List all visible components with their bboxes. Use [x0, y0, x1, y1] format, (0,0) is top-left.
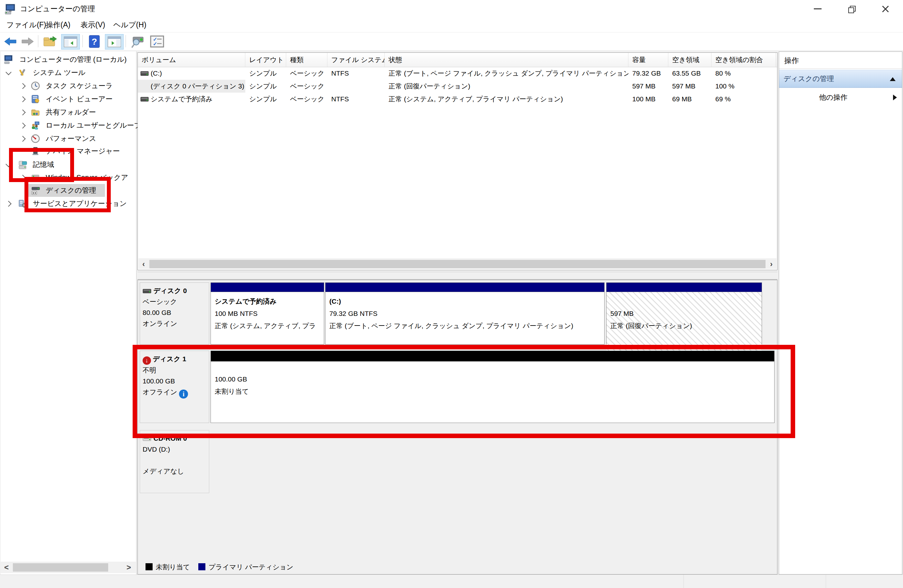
volume-row-disk0-partition3[interactable]: (ディスク 0 パーティション 3) シンプル ベーシック 正常 (回復パーティ… — [138, 80, 777, 93]
close-icon — [882, 5, 889, 13]
cell-capacity: 79.32 GB — [628, 67, 668, 80]
checklist-icon: ✓ ✓ — [150, 35, 164, 48]
restore-button[interactable] — [835, 0, 868, 18]
tree-item-label: タスク スケジューラ — [46, 80, 113, 93]
scroll-left-icon[interactable]: < — [1, 561, 12, 573]
disk0-size: 80.00 GB — [143, 307, 206, 318]
column-header-type[interactable]: 種類 — [286, 53, 327, 67]
restore-icon — [848, 6, 855, 12]
primary-partition-color-bar — [211, 283, 324, 292]
show-console-tree-button[interactable] — [61, 34, 80, 50]
actions-section-label: ディスクの管理 — [783, 70, 834, 88]
disk0-label-box[interactable]: ディスク 0 ベーシック 80.00 GB オンライン — [140, 282, 209, 345]
toolbar: ? ✓ ✓ — [0, 33, 903, 50]
tree-item-system-tools[interactable]: システム ツール — [1, 66, 136, 79]
task-scheduler-icon — [31, 82, 40, 90]
menu-view[interactable]: 表示(V) — [79, 18, 107, 32]
volume-row-system-reserved[interactable]: システムで予約済み シンプル ベーシック NTFS 正常 (システム, アクティ… — [138, 93, 777, 105]
tree-item-label: イベント ビューアー — [46, 93, 113, 105]
column-header-status[interactable]: 状態 — [385, 53, 628, 67]
collapsed-chevron-icon[interactable] — [20, 136, 25, 141]
actions-section-disk-management[interactable]: ディスクの管理 — [779, 70, 902, 88]
menu-action[interactable]: 操作(A) — [44, 18, 72, 32]
annotation-box-disk1-row — [133, 345, 795, 438]
more-actions-item[interactable]: 他の操作 — [779, 88, 902, 107]
back-arrow-icon — [4, 36, 17, 47]
column-header-filesystem[interactable]: ファイル システム — [327, 53, 385, 67]
partition-recovery[interactable]: 597 MB 正常 (回復パーティション) — [606, 282, 762, 345]
scroll-right-icon[interactable]: › — [766, 258, 777, 270]
help-icon: ? — [89, 35, 100, 48]
action-pane-icon — [107, 36, 121, 48]
tree-item-task-scheduler[interactable]: タスク スケジューラ — [1, 80, 136, 93]
tree-item-event-viewer[interactable]: イベント ビューアー — [1, 93, 136, 105]
actions-pane: 操作 ディスクの管理 他の操作 — [779, 52, 902, 574]
menu-help[interactable]: ヘルプ(H) — [112, 18, 148, 32]
partition-system-reserved[interactable]: システムで予約済み 100 MB NTFS 正常 (システム, アクティブ, プ… — [211, 282, 324, 345]
tree-item-local-users-and-groups[interactable]: ローカル ユーザーとグループ — [1, 119, 136, 132]
legend-label-unallocated: 未割り当て — [156, 561, 190, 574]
partition-c-drive[interactable]: (C:) 79.32 GB NTFS 正常 (ブート, ページ ファイル, クラ… — [325, 282, 604, 345]
cdrom-media-status: メディアなし — [143, 466, 206, 477]
show-action-pane-button[interactable] — [105, 34, 124, 50]
column-header-layout[interactable]: レイアウト — [245, 53, 286, 67]
scroll-left-icon[interactable]: ‹ — [138, 258, 149, 270]
menu-file[interactable]: ファイル(F) — [5, 18, 48, 32]
tree-item-computer-management-root[interactable]: コンピューターの管理 (ローカル) — [1, 53, 136, 66]
column-header-capacity[interactable]: 容量 — [628, 53, 668, 67]
scrollbar-thumb[interactable] — [149, 260, 766, 268]
cell-type: ベーシック — [286, 93, 327, 105]
help-button[interactable]: ? — [86, 34, 102, 49]
task-list-button[interactable]: ✓ ✓ — [149, 34, 165, 49]
column-header-free-pct[interactable]: 空き領域の割合 — [711, 53, 776, 67]
collapse-icon[interactable] — [890, 77, 895, 81]
footer-strip — [0, 574, 903, 588]
scroll-right-icon[interactable]: > — [124, 561, 134, 573]
expanded-chevron-icon[interactable] — [5, 69, 11, 75]
volume-list-horizontal-scrollbar[interactable]: ‹ › — [138, 258, 777, 269]
tree-item-label: システム ツール — [33, 66, 85, 79]
collapsed-chevron-icon[interactable] — [20, 122, 25, 129]
collapsed-chevron-icon[interactable] — [20, 96, 25, 102]
console-properties-button[interactable] — [129, 34, 146, 49]
partition-size-line: 597 MB — [610, 307, 758, 320]
forward-button[interactable] — [20, 34, 35, 49]
cell-free: 63.55 GB — [668, 67, 711, 80]
menu-bar: ファイル(F) 操作(A) 表示(V) ヘルプ(H) — [0, 18, 903, 33]
cell-filesystem — [327, 80, 385, 93]
column-header-free[interactable]: 空き領域 — [668, 53, 711, 67]
collapsed-chevron-icon[interactable] — [20, 109, 25, 115]
disk0-kind: ベーシック — [143, 296, 206, 307]
scrollbar-thumb[interactable] — [13, 563, 108, 572]
partition-size-line: 100 MB NTFS — [215, 307, 320, 320]
collapsed-chevron-icon[interactable] — [20, 83, 25, 89]
cell-free: 597 MB — [668, 80, 711, 93]
cdrom-drive-letter: DVD (D:) — [143, 444, 206, 455]
export-list-button[interactable] — [42, 34, 58, 49]
cdrom-label-box[interactable]: CD-ROM 0 DVD (D:) メディアなし — [140, 430, 209, 493]
cell-free-pct: 80 % — [711, 67, 776, 80]
performance-icon — [31, 134, 40, 143]
cell-layout: シンプル — [245, 93, 286, 105]
cell-status: 正常 (回復パーティション) — [385, 80, 628, 93]
local-users-groups-icon — [31, 121, 40, 130]
pane-splitter[interactable] — [137, 272, 777, 279]
more-actions-label: 他の操作 — [819, 88, 848, 107]
minimize-button[interactable] — [802, 0, 834, 18]
partition-status-line: 正常 (回復パーティション) — [610, 320, 758, 332]
collapsed-chevron-icon[interactable] — [5, 201, 11, 207]
volume-list-panel: ボリューム レイアウト 種類 ファイル システム 状態 容量 空き領域 空き領域… — [137, 52, 777, 270]
primary-partition-color-bar — [326, 283, 604, 292]
tree-item-performance[interactable]: パフォーマンス — [1, 132, 136, 145]
tree-horizontal-scrollbar[interactable]: < > — [1, 561, 136, 573]
column-header-volume[interactable]: ボリューム — [138, 53, 245, 67]
submenu-arrow-icon — [893, 94, 897, 100]
legend-swatch-unallocated — [146, 563, 153, 570]
cell-capacity: 100 MB — [628, 93, 668, 105]
tree-item-shared-folders[interactable]: 共有フォルダー — [1, 106, 136, 119]
partition-title — [610, 295, 758, 307]
close-button[interactable] — [869, 0, 901, 18]
volume-row-c[interactable]: (C:) シンプル ベーシック NTFS 正常 (ブート, ページ ファイル, … — [138, 67, 777, 80]
back-button[interactable] — [3, 34, 18, 49]
partition-title: (C:) — [329, 295, 600, 307]
